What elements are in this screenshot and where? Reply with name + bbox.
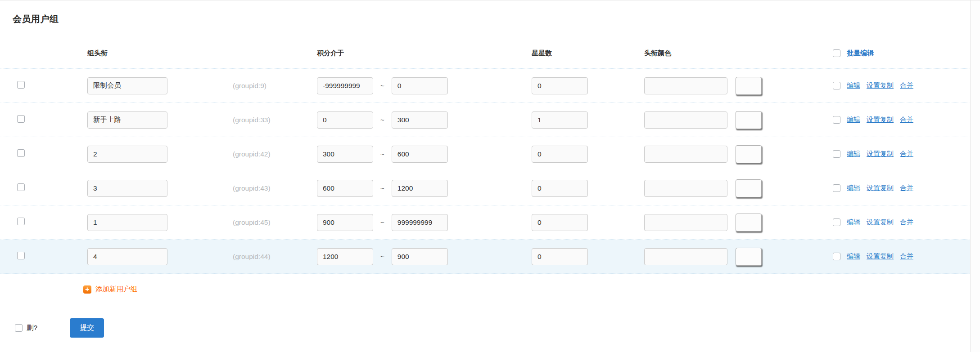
- row-star-cell: [532, 214, 644, 231]
- tilde-separator: ~: [380, 150, 384, 158]
- points-min-input[interactable]: [317, 180, 373, 197]
- batch-edit-link[interactable]: 批量编辑: [847, 49, 874, 58]
- points-min-input[interactable]: [317, 248, 373, 265]
- row-select-checkbox[interactable]: [17, 218, 25, 225]
- group-name-input[interactable]: [87, 214, 167, 231]
- row-action-checkbox[interactable]: [833, 253, 840, 260]
- row-gid-cell: (groupid:43): [233, 184, 317, 192]
- star-count-input[interactable]: [532, 248, 588, 265]
- group-name-input[interactable]: [87, 180, 167, 197]
- copy-settings-link[interactable]: 设置复制: [867, 218, 894, 227]
- edit-link[interactable]: 编辑: [847, 116, 860, 124]
- row-color-cell: [644, 111, 833, 129]
- row-name-cell: [87, 77, 233, 94]
- add-group-link[interactable]: + 添加新用户组: [83, 285, 137, 294]
- star-count-input[interactable]: [532, 214, 588, 231]
- table-row: (groupid:45) ~ 编辑 设置复制 合并: [0, 205, 980, 240]
- title-color-input[interactable]: [644, 214, 727, 231]
- title-color-input[interactable]: [644, 180, 727, 197]
- row-name-cell: [87, 146, 233, 163]
- copy-settings-link[interactable]: 设置复制: [867, 252, 894, 261]
- row-select-checkbox[interactable]: [17, 183, 25, 191]
- row-select-checkbox[interactable]: [17, 81, 25, 89]
- merge-link[interactable]: 合并: [900, 252, 913, 261]
- edit-link[interactable]: 编辑: [847, 184, 860, 192]
- title-color-input[interactable]: [644, 77, 727, 94]
- row-points-cell: ~: [317, 111, 532, 129]
- right-divider: [970, 0, 971, 352]
- edit-link[interactable]: 编辑: [847, 150, 860, 158]
- points-max-input[interactable]: [392, 214, 448, 231]
- merge-link[interactable]: 合并: [900, 150, 913, 158]
- group-name-input[interactable]: [87, 146, 167, 163]
- row-name-cell: [87, 214, 233, 231]
- row-select-checkbox[interactable]: [17, 252, 25, 259]
- edit-link[interactable]: 编辑: [847, 218, 860, 227]
- copy-settings-link[interactable]: 设置复制: [867, 150, 894, 158]
- groupid-label: (groupid:45): [233, 218, 271, 226]
- groupid-label: (groupid:9): [233, 82, 266, 89]
- row-star-cell: [532, 111, 644, 129]
- edit-link[interactable]: 编辑: [847, 81, 860, 90]
- copy-settings-link[interactable]: 设置复制: [867, 81, 894, 90]
- title-color-input[interactable]: [644, 248, 727, 265]
- table-body: (groupid:9) ~ 编辑 设置复制 合并 (groupid:33): [0, 69, 980, 274]
- points-max-input[interactable]: [392, 146, 448, 163]
- title-color-input[interactable]: [644, 146, 727, 163]
- row-action-checkbox[interactable]: [833, 150, 840, 158]
- row-action-checkbox[interactable]: [833, 184, 840, 192]
- merge-link[interactable]: 合并: [900, 184, 913, 192]
- points-max-input[interactable]: [392, 180, 448, 197]
- table-row: (groupid:44) ~ 编辑 设置复制 合并: [0, 240, 980, 274]
- group-name-input[interactable]: [87, 248, 167, 265]
- color-picker-swatch[interactable]: [736, 145, 762, 163]
- row-select-checkbox[interactable]: [17, 115, 25, 123]
- row-actions-cell: 编辑 设置复制 合并: [833, 116, 980, 124]
- row-gid-cell: (groupid:33): [233, 116, 317, 124]
- groupid-label: (groupid:44): [233, 253, 271, 260]
- delete-checkbox[interactable]: [15, 324, 23, 332]
- star-count-input[interactable]: [532, 111, 588, 129]
- tilde-separator: ~: [380, 253, 384, 260]
- row-select-cell: [17, 149, 87, 159]
- points-max-input[interactable]: [392, 111, 448, 129]
- color-picker-swatch[interactable]: [736, 214, 762, 232]
- row-action-checkbox[interactable]: [833, 116, 840, 124]
- color-picker-swatch[interactable]: [736, 179, 762, 197]
- points-max-input[interactable]: [392, 248, 448, 265]
- row-select-checkbox[interactable]: [17, 149, 25, 157]
- copy-settings-link[interactable]: 设置复制: [867, 116, 894, 124]
- star-count-input[interactable]: [532, 77, 588, 94]
- batch-edit-checkbox[interactable]: [833, 49, 840, 57]
- merge-link[interactable]: 合并: [900, 81, 913, 90]
- row-star-cell: [532, 180, 644, 197]
- group-name-input[interactable]: [87, 77, 167, 94]
- points-min-input[interactable]: [317, 111, 373, 129]
- row-name-cell: [87, 180, 233, 197]
- submit-button[interactable]: 提交: [70, 318, 104, 338]
- group-name-input[interactable]: [87, 111, 167, 129]
- color-picker-swatch[interactable]: [736, 111, 762, 129]
- row-action-checkbox[interactable]: [833, 82, 840, 89]
- star-count-input[interactable]: [532, 146, 588, 163]
- row-select-cell: [17, 81, 87, 90]
- color-picker-swatch[interactable]: [736, 77, 762, 95]
- table-row: (groupid:42) ~ 编辑 设置复制 合并: [0, 137, 980, 171]
- row-select-cell: [17, 183, 87, 193]
- copy-settings-link[interactable]: 设置复制: [867, 184, 894, 192]
- points-min-input[interactable]: [317, 77, 373, 94]
- merge-link[interactable]: 合并: [900, 116, 913, 124]
- merge-link[interactable]: 合并: [900, 218, 913, 227]
- edit-link[interactable]: 编辑: [847, 252, 860, 261]
- title-color-input[interactable]: [644, 111, 727, 129]
- color-picker-swatch[interactable]: [736, 248, 762, 266]
- row-select-cell: [17, 115, 87, 125]
- points-min-input[interactable]: [317, 214, 373, 231]
- points-min-input[interactable]: [317, 146, 373, 163]
- star-count-input[interactable]: [532, 180, 588, 197]
- row-color-cell: [644, 77, 833, 95]
- row-star-cell: [532, 248, 644, 265]
- row-action-checkbox[interactable]: [833, 218, 840, 226]
- points-max-input[interactable]: [392, 77, 448, 94]
- delete-label: 删?: [27, 323, 37, 333]
